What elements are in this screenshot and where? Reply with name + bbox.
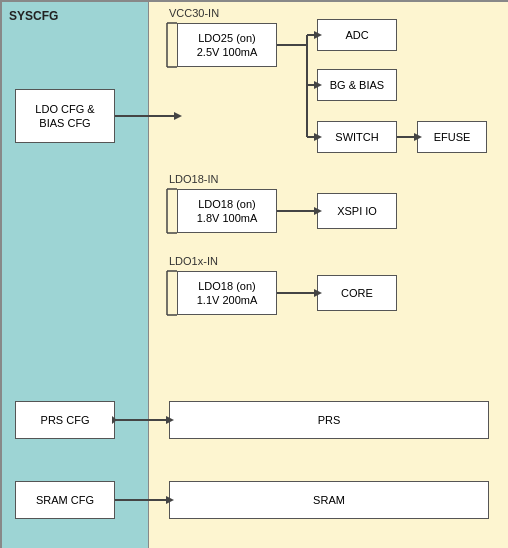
svg-marker-11 — [314, 207, 322, 215]
syscfg-label: SYSCFG — [9, 9, 58, 23]
sram-cfg-box: SRAM CFG — [15, 481, 115, 519]
prs-cfg-box: PRS CFG — [15, 401, 115, 439]
prs-cfg-label: PRS CFG — [41, 413, 90, 427]
svg-marker-9 — [414, 133, 422, 141]
ldo-cfg-box: LDO CFG & BIAS CFG — [15, 89, 115, 143]
svg-marker-7 — [314, 133, 322, 141]
diagram: SYSCFG LDO CFG & BIAS CFG PRS CFG SRAM C… — [0, 0, 508, 548]
connectors-svg — [149, 1, 508, 548]
sram-cfg-label: SRAM CFG — [36, 493, 94, 507]
svg-marker-5 — [314, 81, 322, 89]
svg-marker-3 — [314, 31, 322, 39]
syscfg-panel: SYSCFG LDO CFG & BIAS CFG PRS CFG SRAM C… — [1, 1, 149, 548]
svg-marker-13 — [314, 289, 322, 297]
main-area: VCC30-IN LDO25 (on) 2.5V 100mA ADC BG & … — [149, 1, 508, 548]
ldo-cfg-label: LDO CFG & BIAS CFG — [35, 102, 94, 131]
